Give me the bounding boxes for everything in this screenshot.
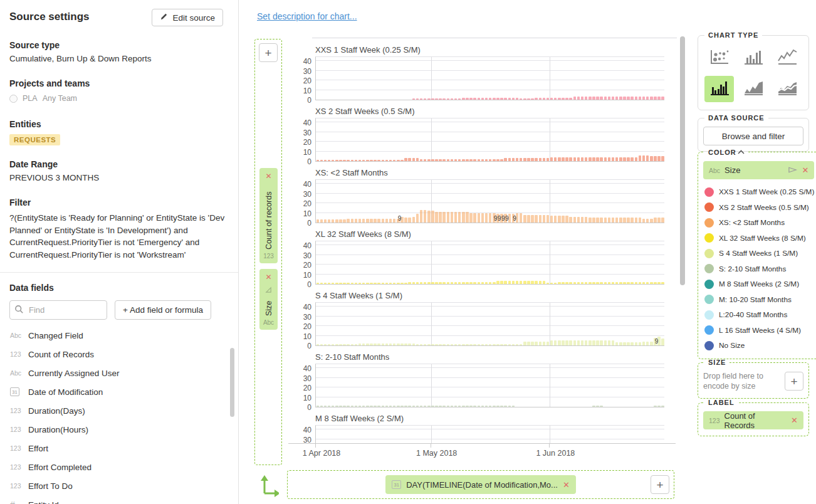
bar[interactable] xyxy=(508,98,511,100)
bar[interactable] xyxy=(416,98,419,100)
bar[interactable] xyxy=(478,282,481,284)
bar[interactable] xyxy=(335,344,338,345)
bar[interactable] xyxy=(639,218,642,223)
bar[interactable] xyxy=(404,158,407,161)
color-legend-item[interactable]: M 8 Staff Weeks (2 S/M) xyxy=(704,276,814,292)
bar[interactable] xyxy=(478,406,481,407)
bar[interactable] xyxy=(377,160,380,161)
bar[interactable] xyxy=(412,217,416,223)
bar[interactable] xyxy=(508,406,511,407)
collapse-caret-icon[interactable] xyxy=(738,148,745,155)
bar[interactable] xyxy=(650,342,653,345)
bar[interactable] xyxy=(600,340,603,345)
bar[interactable] xyxy=(400,344,404,345)
bar[interactable] xyxy=(573,282,577,284)
bar[interactable] xyxy=(374,219,377,223)
bar[interactable] xyxy=(577,217,580,223)
bar[interactable] xyxy=(489,159,492,161)
bar[interactable] xyxy=(442,344,446,345)
bar[interactable] xyxy=(355,283,358,284)
bar[interactable] xyxy=(596,282,599,284)
data-field-item[interactable]: 123Duration(Hours) xyxy=(9,420,223,439)
bar[interactable] xyxy=(612,157,615,161)
bar[interactable] xyxy=(539,98,542,100)
bar[interactable] xyxy=(588,340,592,345)
bar[interactable] xyxy=(493,282,496,284)
bar[interactable] xyxy=(473,159,476,161)
bar[interactable] xyxy=(362,406,365,407)
bar[interactable] xyxy=(382,160,385,161)
bar[interactable] xyxy=(389,406,392,407)
bar[interactable] xyxy=(343,160,346,161)
bar[interactable] xyxy=(442,406,446,407)
bar[interactable] xyxy=(635,218,638,223)
bar[interactable] xyxy=(500,159,503,161)
bar[interactable] xyxy=(435,212,438,223)
bar[interactable] xyxy=(619,342,622,345)
bar[interactable] xyxy=(397,160,400,161)
bar[interactable] xyxy=(608,282,611,284)
remove-icon[interactable]: ✕ xyxy=(791,416,798,425)
bar[interactable] xyxy=(481,344,484,345)
bar[interactable] xyxy=(619,218,622,223)
bar[interactable] xyxy=(404,406,407,407)
bar[interactable] xyxy=(500,98,503,100)
bar[interactable] xyxy=(400,283,404,284)
bar[interactable] xyxy=(596,157,599,161)
bar[interactable] xyxy=(451,344,454,345)
data-field-item[interactable]: AbcCurrently Assigned User xyxy=(9,364,223,382)
bar[interactable] xyxy=(416,158,419,161)
color-pill-size[interactable]: Abc Size ✕ xyxy=(703,161,814,179)
data-field-item[interactable]: 123Effort xyxy=(9,439,223,458)
bar[interactable] xyxy=(527,98,530,100)
bar[interactable] xyxy=(523,281,526,284)
bar[interactable] xyxy=(581,97,584,100)
bar[interactable] xyxy=(454,406,458,407)
bar[interactable] xyxy=(596,218,599,223)
bar[interactable] xyxy=(424,406,427,407)
bar[interactable] xyxy=(623,97,626,100)
bar[interactable] xyxy=(408,406,411,407)
bar[interactable] xyxy=(442,98,446,100)
bar[interactable] xyxy=(539,158,542,161)
bar[interactable] xyxy=(547,98,550,100)
bar[interactable] xyxy=(500,281,503,284)
bar[interactable] xyxy=(424,210,427,223)
bar[interactable] xyxy=(385,219,389,223)
bar[interactable] xyxy=(442,282,446,284)
bar[interactable] xyxy=(496,344,500,345)
bar[interactable] xyxy=(469,98,473,100)
bar[interactable] xyxy=(447,159,450,161)
bar[interactable] xyxy=(454,344,458,345)
bar[interactable] xyxy=(454,98,458,100)
label-panel[interactable]: LABEL 123 Count of Records ✕ xyxy=(698,399,809,436)
color-legend-item[interactable]: XS: <2 Staff Months xyxy=(704,215,814,231)
bar[interactable] xyxy=(393,160,396,161)
bar[interactable] xyxy=(466,159,469,161)
bar[interactable] xyxy=(473,406,476,407)
bar[interactable] xyxy=(543,215,546,223)
bar[interactable] xyxy=(520,281,523,284)
bar[interactable] xyxy=(473,213,476,223)
bar[interactable] xyxy=(400,406,404,407)
bar[interactable] xyxy=(569,98,572,100)
bar[interactable] xyxy=(362,344,365,345)
bar[interactable] xyxy=(569,340,572,345)
bar[interactable] xyxy=(543,342,546,345)
bar[interactable] xyxy=(420,98,423,100)
bar[interactable] xyxy=(478,98,481,100)
bar[interactable] xyxy=(458,282,461,284)
bar[interactable] xyxy=(581,282,584,284)
bar[interactable] xyxy=(504,98,507,100)
bar[interactable] xyxy=(462,212,465,223)
bar[interactable] xyxy=(339,344,342,345)
bar[interactable] xyxy=(424,282,427,284)
bar[interactable] xyxy=(370,344,373,345)
bar[interactable] xyxy=(431,98,434,100)
bar[interactable] xyxy=(316,406,320,407)
bar[interactable] xyxy=(639,282,642,284)
browse-and-filter-button[interactable]: Browse and filter xyxy=(703,127,803,145)
bar[interactable] xyxy=(565,340,568,345)
bar[interactable] xyxy=(565,282,568,284)
bar[interactable] xyxy=(630,97,634,100)
